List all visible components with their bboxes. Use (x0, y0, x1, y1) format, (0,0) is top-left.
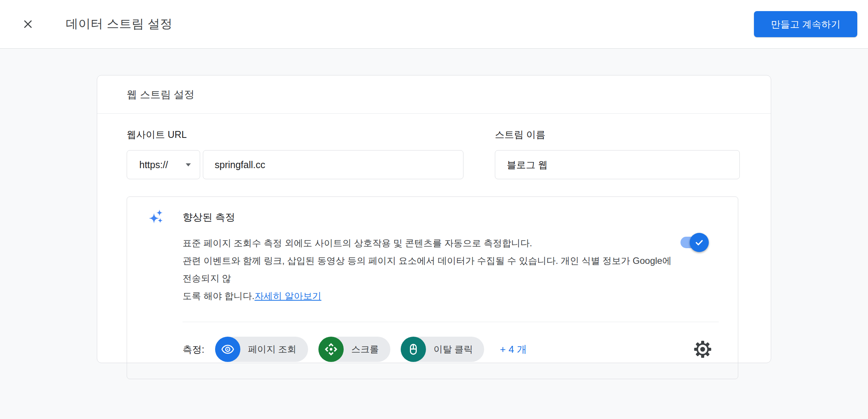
more-measurements-link[interactable]: + 4 개 (500, 343, 527, 356)
website-url-label: 웹사이트 URL (127, 128, 495, 141)
chip-label: 스크롤 (351, 343, 379, 355)
create-and-continue-button[interactable]: 만들고 계속하기 (754, 11, 857, 37)
stream-name-field-group: 스트림 이름 (495, 128, 740, 179)
fields-row: 웹사이트 URL https:// 스트림 이름 (127, 128, 741, 179)
toggle-thumb (690, 233, 709, 252)
chip-outbound-click: 이탈 클릭 (401, 337, 485, 362)
close-icon (21, 18, 34, 31)
chip-page-view: 페이지 조회 (215, 337, 308, 362)
checkmark-icon (694, 237, 705, 248)
stream-name-label: 스트림 이름 (495, 128, 740, 141)
description-line-1: 표준 페이지 조회수 측정 외에도 사이트의 상호작용 및 콘텐츠를 자동으로 … (183, 238, 532, 248)
enhanced-measurement-section: 향상된 측정 표준 페이지 조회수 측정 외에도 사이트의 상호작용 및 콘텐츠… (127, 196, 738, 379)
measurement-chips-row: 측정: 페이지 조회 (183, 337, 719, 362)
measure-label: 측정: (183, 343, 204, 356)
page-title: 데이터 스트림 설정 (66, 16, 173, 33)
learn-more-link[interactable]: 자세히 알아보기 (255, 291, 321, 301)
close-button[interactable] (19, 15, 37, 33)
data-stream-setup-screen: 데이터 스트림 설정 만들고 계속하기 웹 스트림 설정 웹사이트 URL ht… (0, 0, 868, 419)
chip-label: 페이지 조회 (248, 343, 297, 355)
website-url-field-group: 웹사이트 URL https:// (127, 128, 495, 179)
top-bar: 데이터 스트림 설정 만들고 계속하기 (0, 0, 868, 49)
mouse-icon (401, 337, 426, 362)
gear-icon (693, 340, 712, 359)
description-line-3: 도록 해야 합니다. (183, 291, 255, 301)
website-url-input[interactable] (203, 150, 463, 179)
measurement-settings-button[interactable] (692, 339, 713, 360)
chip-label: 이탈 클릭 (434, 343, 473, 355)
card-body: 웹사이트 URL https:// 스트림 이름 (97, 114, 771, 379)
enhanced-measurement-toggle[interactable] (680, 237, 706, 248)
web-stream-settings-card: 웹 스트림 설정 웹사이트 URL https:// (97, 75, 771, 363)
sparkle-icon (148, 208, 166, 226)
chevron-down-icon (185, 163, 191, 167)
chip-scroll: 스크롤 (318, 337, 390, 362)
stream-name-input[interactable] (495, 150, 740, 179)
card-header: 웹 스트림 설정 (97, 75, 771, 114)
description-line-2: 관련 이벤트와 함께 링크, 삽입된 동영상 등의 페이지 요소에서 데이터가 … (183, 255, 671, 283)
protocol-dropdown[interactable]: https:// (127, 150, 200, 179)
drag-pan-icon (318, 337, 344, 362)
enhanced-measurement-description: 표준 페이지 조회수 측정 외에도 사이트의 상호작용 및 콘텐츠를 자동으로 … (183, 234, 680, 305)
eye-icon (215, 337, 240, 362)
enhanced-measurement-title: 향상된 측정 (183, 211, 235, 224)
section-divider (183, 322, 719, 322)
protocol-selected-value: https:// (139, 159, 168, 170)
card-title: 웹 스트림 설정 (127, 88, 194, 101)
